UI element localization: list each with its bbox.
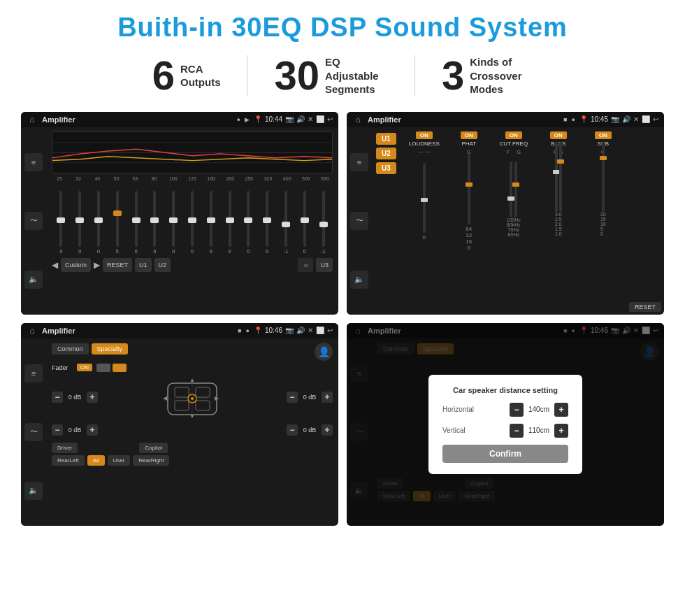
- all-btn[interactable]: All: [87, 455, 105, 466]
- eq-slider-1[interactable]: 0: [52, 191, 71, 254]
- sub-on[interactable]: ON: [595, 131, 612, 139]
- db-plus-rl[interactable]: +: [87, 424, 98, 436]
- eq-slider-2[interactable]: 0: [71, 191, 89, 254]
- eq-slider-14[interactable]: 0: [295, 191, 314, 254]
- wave-btn-3[interactable]: 〜: [24, 423, 43, 441]
- horizontal-plus[interactable]: +: [554, 403, 568, 417]
- circle-icon-2: ●: [572, 116, 575, 123]
- db-control-rl: − 0 dB +: [52, 424, 98, 436]
- db-plus-fr[interactable]: +: [322, 392, 333, 403]
- eq-slider-10[interactable]: 0: [220, 191, 239, 254]
- filter-btn-2[interactable]: ≡: [350, 153, 368, 171]
- filter-btn-3[interactable]: ≡: [24, 364, 43, 382]
- u2-select-btn[interactable]: U2: [376, 148, 396, 159]
- bass-on[interactable]: ON: [550, 131, 567, 139]
- speaker-distance-dialog: Car speaker distance setting Horizontal …: [428, 375, 582, 474]
- person-icon-btn[interactable]: 👤: [315, 343, 333, 361]
- h-slider-1[interactable]: [96, 364, 110, 372]
- driver-btn[interactable]: Driver: [52, 443, 78, 453]
- horizontal-minus[interactable]: −: [510, 403, 524, 417]
- reset-btn[interactable]: RESET: [103, 258, 132, 272]
- eq-slider-5[interactable]: 0: [127, 191, 145, 254]
- u3-btn[interactable]: U3: [316, 258, 333, 272]
- cutfreq-col: ON CUT FREQ FG 100Hz80kHz70Hz60Hz: [493, 131, 535, 310]
- dot-icon-1: ●: [237, 116, 240, 123]
- camera-icon-3: 📷: [285, 327, 294, 334]
- status-title-2: Amplifier: [368, 115, 559, 124]
- loudness-slider[interactable]: [423, 156, 426, 233]
- tab-common[interactable]: Common: [52, 343, 89, 354]
- u3-select-btn[interactable]: U3: [376, 162, 396, 174]
- eq-slider-9[interactable]: 0: [201, 191, 220, 254]
- cutfreq-on[interactable]: ON: [505, 131, 522, 139]
- eq-slider-15[interactable]: -1: [314, 191, 333, 254]
- phat-on[interactable]: ON: [461, 131, 477, 139]
- db-value-rr: 0 dB: [300, 427, 319, 434]
- eq-filter-btn[interactable]: ≡: [24, 153, 43, 171]
- eq-slider-11[interactable]: 0: [239, 191, 258, 254]
- eq-speaker-btn[interactable]: 🔈: [24, 271, 43, 289]
- fader-on-badge[interactable]: ON: [77, 364, 92, 371]
- loudness-on[interactable]: ON: [416, 131, 433, 139]
- expand-icon[interactable]: »: [298, 258, 313, 272]
- vertical-value: 110cm: [526, 427, 551, 434]
- wave-btn-2[interactable]: 〜: [350, 212, 368, 230]
- preset-label: Custom: [61, 258, 91, 272]
- dot-icon-3: ■: [238, 327, 241, 334]
- u2-btn[interactable]: U2: [154, 258, 171, 272]
- db-minus-rr[interactable]: −: [287, 424, 298, 436]
- freq-250: 250: [243, 176, 255, 181]
- confirm-button[interactable]: Confirm: [442, 445, 568, 463]
- copilot-btn[interactable]: Copilot: [139, 443, 168, 453]
- stat-crossover: 3 Kinds ofCrossover Modes: [415, 55, 559, 96]
- status-icons-3: 📍 10:46 📷 🔊 ✕ ⬜ ↩: [254, 327, 333, 334]
- db-minus-rl[interactable]: −: [52, 424, 63, 436]
- u1-select-btn[interactable]: U1: [376, 133, 396, 145]
- crossover-reset-btn[interactable]: RESET: [629, 302, 661, 312]
- camera-icon-2: 📷: [611, 115, 619, 123]
- eq-bottom-bar: ◀ Custom ▶ RESET U1 U2 » U3: [52, 257, 333, 273]
- close-icon-2: ✕: [633, 115, 639, 123]
- speaker-btn-3[interactable]: 🔈: [24, 482, 43, 500]
- rearright-btn[interactable]: RearRight: [133, 455, 169, 466]
- h-slider-2[interactable]: [113, 364, 127, 372]
- vertical-plus[interactable]: +: [554, 424, 568, 438]
- fader-label-row: Fader ON: [52, 364, 333, 372]
- status-bar-3: ⌂ Amplifier ■ ● 📍 10:46 📷 🔊 ✕ ⬜ ↩: [21, 323, 338, 338]
- svg-text:◀: ◀: [163, 395, 168, 401]
- eq-sliders: 0 0 0 5 0 0 0 0 0 0 0 0 -1 0 -1: [52, 184, 333, 254]
- prev-icon[interactable]: ◀: [52, 260, 58, 270]
- eq-slider-12[interactable]: 0: [258, 191, 277, 254]
- db-minus-fl[interactable]: −: [52, 392, 63, 403]
- rearleft-btn[interactable]: RearLeft: [52, 455, 85, 466]
- eq-slider-6[interactable]: 0: [145, 191, 164, 254]
- freq-63: 63: [129, 176, 142, 181]
- volume-icon-2: 🔊: [622, 115, 630, 123]
- stat-eq-label: EQ AdjustableSegments: [325, 55, 388, 96]
- freq-25: 25: [53, 176, 66, 181]
- user-btn[interactable]: User: [108, 455, 131, 466]
- db-plus-rr[interactable]: +: [322, 424, 333, 436]
- tab-specialty[interactable]: Specialty: [92, 343, 129, 354]
- db-minus-fr[interactable]: −: [287, 392, 298, 403]
- eq-slider-7[interactable]: 0: [164, 191, 183, 254]
- screens-grid: ⌂ Amplifier ● ▶ 📍 10:44 📷 🔊 ✕ ⬜ ↩ ≡ 〜: [21, 112, 664, 526]
- eq-wave-btn[interactable]: 〜: [24, 212, 43, 230]
- page-title: Buith-in 30EQ DSP Sound System: [21, 13, 664, 43]
- stat-eq-number: 30: [274, 55, 319, 96]
- svg-point-12: [191, 397, 194, 400]
- stat-eq: 30 EQ AdjustableSegments: [247, 55, 415, 96]
- speaker-btn-2[interactable]: 🔈: [350, 271, 368, 289]
- db-control-fl: − 0 dB +: [52, 392, 98, 403]
- svg-rect-8: [196, 401, 210, 410]
- u1-btn[interactable]: U1: [135, 258, 152, 272]
- db-plus-fl[interactable]: +: [87, 392, 98, 403]
- crossover-content: ≡ 〜 🔈 U1 U2 U3 ON LOUDNESS ~~ ~~: [347, 127, 664, 315]
- eq-slider-3[interactable]: 0: [89, 191, 108, 254]
- vertical-minus[interactable]: −: [510, 424, 524, 438]
- eq-slider-13[interactable]: -1: [277, 191, 296, 254]
- eq-slider-8[interactable]: 0: [183, 191, 202, 254]
- next-icon[interactable]: ▶: [94, 260, 100, 270]
- status-title-1: Amplifier: [42, 115, 233, 124]
- eq-slider-4[interactable]: 5: [108, 191, 127, 254]
